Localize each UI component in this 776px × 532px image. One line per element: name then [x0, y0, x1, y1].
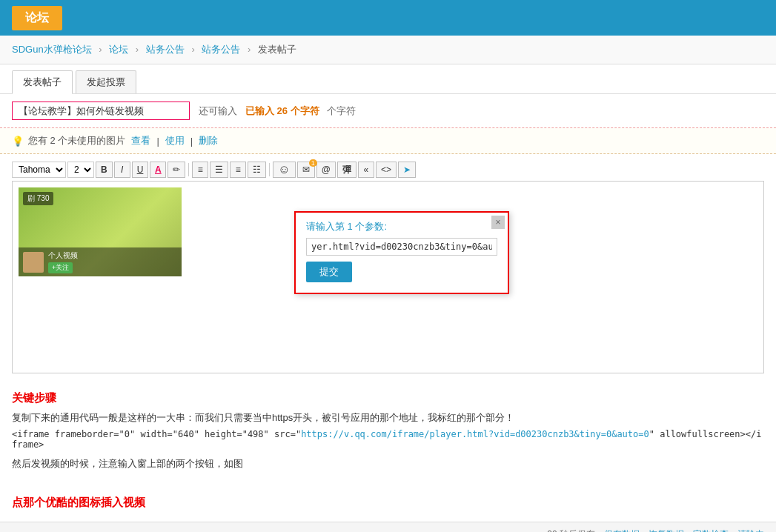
- underline-button[interactable]: U: [132, 162, 149, 178]
- breadcrumb-subcategory[interactable]: 站务公告: [202, 44, 240, 55]
- word-check-link[interactable]: 字数检查: [693, 528, 729, 532]
- notice-text: 您有 2 个未使用的图片: [28, 134, 125, 147]
- image-badge: 剧 730: [23, 192, 53, 205]
- post-title-input[interactable]: [12, 102, 190, 120]
- media-button[interactable]: 彈: [337, 162, 357, 178]
- align-center-button[interactable]: ☰: [210, 162, 228, 178]
- avatar-small: [23, 252, 44, 273]
- char-count: 已输入 26 个字符: [245, 105, 319, 116]
- user-info: 个人视频 +关注: [48, 250, 78, 273]
- code-link[interactable]: https://v.qq.com/iframe/player.html?vid=…: [301, 429, 649, 439]
- title-row: 还可输入 已输入 26 个字符 个字符: [0, 94, 776, 128]
- quote-button[interactable]: «: [358, 162, 374, 178]
- bold-button[interactable]: B: [96, 162, 113, 178]
- at-button[interactable]: @: [316, 162, 336, 178]
- breadcrumb-sep3: ›: [191, 44, 197, 55]
- editor-image: 剧 730 个人视频 +关注: [19, 187, 182, 276]
- badge-button[interactable]: ✉ 1: [297, 162, 315, 178]
- color-button[interactable]: A: [150, 162, 166, 178]
- size-selector[interactable]: 2: [67, 162, 94, 178]
- code-button[interactable]: <>: [376, 162, 397, 178]
- italic-button[interactable]: I: [114, 162, 130, 178]
- image-inner: 剧 730 个人视频 +关注: [19, 187, 182, 276]
- popup-input[interactable]: [306, 238, 497, 256]
- popup-inner: 请输入第 1 个参数: 提交: [296, 213, 508, 293]
- notice-sep2: |: [190, 136, 193, 147]
- image-bottom-bar: 个人视频 +关注: [19, 247, 182, 276]
- footer-bar: 30 秒后保存 保存数据 恢复数据 字数检查 清除内: [0, 522, 776, 532]
- font-selector[interactable]: Tahoma: [12, 162, 66, 178]
- section2-title: 点那个优酷的图标插入视频: [12, 496, 764, 510]
- breadcrumb-category[interactable]: 站务公告: [146, 44, 185, 55]
- align-justify-button[interactable]: ☷: [248, 162, 266, 178]
- align-left-button[interactable]: ≡: [192, 162, 208, 178]
- notice-sep1: |: [156, 136, 159, 147]
- content-para2: 然后发视频的时候，注意输入窗上部的两个按钮，如图: [12, 456, 764, 472]
- content-text: 关键步骤 复制下来的通用代码一般是这样的一大串：而我们只需要当中https开头，…: [0, 391, 776, 522]
- popup-label: 请输入第 1 个参数:: [306, 220, 497, 233]
- notice-delete-link[interactable]: 删除: [199, 134, 218, 147]
- popup-box: × 请输入第 1 个参数: 提交: [294, 211, 509, 294]
- char-hint: 还可输入 已输入 26 个字符 个字符: [199, 104, 356, 118]
- spacer: [12, 475, 764, 485]
- section1-title: 关键步骤: [12, 391, 764, 405]
- toolbar-sep2: [269, 163, 270, 176]
- hint-prefix: 还可输入: [199, 105, 237, 116]
- save-data-link[interactable]: 保存数据: [604, 528, 640, 532]
- content-para1: 复制下来的通用代码一般是这样的一大串：而我们只需要当中https开头，被引号应用…: [12, 410, 764, 426]
- notice-view-link[interactable]: 查看: [131, 134, 150, 147]
- editor-canvas[interactable]: 剧 730 个人视频 +关注 × 请输入第 1 个参数: [12, 181, 764, 373]
- toolbar-sep1: [188, 163, 189, 176]
- video-button[interactable]: ➤: [398, 162, 416, 178]
- emoji-button[interactable]: ☺: [273, 162, 295, 178]
- editor-toolbar: Tahoma 2 B I U A ✏ ≡ ☰ ≡ ☷ ☺ ✉ 1 @ 彈 « <…: [12, 162, 764, 178]
- popup-dialog: × 请输入第 1 个参数: 提交: [294, 211, 509, 294]
- align-right-button[interactable]: ≡: [230, 162, 246, 178]
- image-notice: 💡 您有 2 个未使用的图片 查看 | 使用 | 删除: [0, 128, 776, 154]
- tab-bar: 发表帖子 发起投票: [0, 64, 776, 94]
- restore-data-link[interactable]: 恢复数据: [649, 528, 684, 532]
- popup-close-button[interactable]: ×: [491, 216, 505, 229]
- editor-area: Tahoma 2 B I U A ✏ ≡ ☰ ≡ ☷ ☺ ✉ 1 @ 彈 « <…: [0, 154, 776, 381]
- breadcrumb-current: 发表帖子: [258, 44, 296, 55]
- main-content: 还可输入 已输入 26 个字符 个字符 💡 您有 2 个未使用的图片 查看 | …: [0, 94, 776, 522]
- breadcrumb-sep1: ›: [99, 44, 105, 55]
- header: 论坛: [0, 0, 776, 36]
- breadcrumb: SDGun水弹枪论坛 › 论坛 › 站务公告 › 站务公告 › 发表帖子: [0, 36, 776, 64]
- follow-btn[interactable]: +关注: [48, 262, 73, 273]
- badge-text: 剧 730: [27, 194, 49, 202]
- bulb-icon: 💡: [12, 136, 24, 147]
- breadcrumb-sep4: ›: [248, 44, 253, 55]
- tab-post[interactable]: 发表帖子: [12, 70, 73, 94]
- autosave-text: 30 秒后保存: [547, 528, 595, 532]
- tab-poll[interactable]: 发起投票: [76, 70, 136, 93]
- popup-submit-button[interactable]: 提交: [306, 262, 352, 282]
- user-label: 个人视频: [48, 250, 78, 261]
- hint-suffix: 个字符: [327, 105, 356, 116]
- pencil-button[interactable]: ✏: [168, 162, 185, 178]
- forum-logo[interactable]: 论坛: [12, 6, 62, 30]
- breadcrumb-home[interactable]: SDGun水弹枪论坛: [12, 44, 92, 55]
- code-line: <iframe frameborder="0" width="640" heig…: [12, 429, 764, 450]
- clear-link[interactable]: 清除内: [737, 528, 764, 532]
- breadcrumb-forum[interactable]: 论坛: [109, 44, 128, 55]
- notice-use-link[interactable]: 使用: [165, 134, 185, 147]
- breadcrumb-sep2: ›: [136, 44, 142, 55]
